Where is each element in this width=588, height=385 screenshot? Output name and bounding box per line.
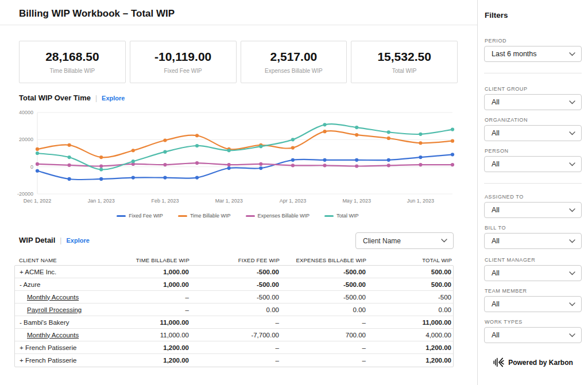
data-point-time-billable-wip [323,130,326,133]
data-point-expenses-billable-wip [451,163,454,166]
main-content: Billing WIP Workbook – Total WIP 28,168.… [0,0,477,385]
data-point-fixed-fee-wip [451,153,454,156]
filter-selected-value: All [492,160,500,168]
chevron-down-icon [569,131,575,135]
table-row: + French Patisserie1,200.00––1,200.00 [15,341,453,354]
client-row-toggle[interactable]: + ACME Inc. [15,269,98,275]
group-by-value: Client Name [363,237,401,245]
filter-label: PERSON [485,148,582,154]
work-item-link[interactable]: Monthly Accounts [15,332,98,339]
kpi-card-expenses-billable-wip: 2,517.00Expenses Billable WIP [241,41,347,83]
series-line-fixed-fee-wip [37,154,452,180]
karbon-logo-icon [493,357,504,368]
client-row-toggle[interactable]: + French Patisserie [15,357,98,364]
filter-client-manager-select[interactable]: All [484,265,582,281]
data-point-expenses-billable-wip [99,164,103,168]
legend-label: Time Billable WIP [190,213,231,219]
column-header-time-billable-wip: TIME BILLABLE WIP [99,257,191,263]
legend-label: Total WIP [336,213,359,219]
data-point-total-wip [131,160,135,163]
table-value-cell: – [98,294,191,301]
client-row-toggle[interactable]: + French Patisserie [15,344,98,351]
legend-swatch-icon [178,215,187,217]
column-header-total-wip: TOTAL WIP [368,257,454,263]
filters-title: Filters [485,11,581,20]
chevron-down-icon [569,208,575,212]
data-point-fixed-fee-wip [163,176,167,180]
table-value-cell: – [98,306,191,313]
filter-period-select[interactable]: Last 6 months [484,46,582,62]
kpi-label: Time Billable WIP [50,68,95,74]
legend-item-time-billable-wip[interactable]: Time Billable WIP [178,213,231,219]
chevron-down-icon [569,162,575,166]
table-value-cell: 4,000.00 [368,332,453,339]
page-title: Billing WIP Workbook – Total WIP [19,8,175,20]
work-item-link[interactable]: Monthly Accounts [15,294,98,301]
filter-group-organization: ORGANIZATIONAll [484,117,582,123]
table-value-cell: – [191,357,281,364]
table-value-cell: -500.00 [191,269,281,275]
work-item-link[interactable]: Payroll Processing [15,306,98,313]
chart-canvas: 40000200000-20000Dec 1, 2022Jan 1, 2023F… [17,108,457,207]
filter-assigned-to-select[interactable]: All [484,202,582,218]
chevron-down-icon [569,333,575,337]
x-axis-tick-label: Jun 1, 2023 [407,198,434,204]
data-point-time-billable-wip [195,134,199,137]
table-row: + ACME Inc.1,000.00-500.00-500.00500.00 [15,266,453,278]
table-value-cell: – [191,319,281,326]
client-row-toggle[interactable]: - Bambi's Bakery [15,319,98,326]
table-row: Monthly Accounts11,000.00-7,700.00700.00… [15,329,453,341]
data-point-total-wip [68,155,71,159]
filter-work-types-select[interactable]: All [484,327,582,343]
data-point-fixed-fee-wip [227,166,231,170]
sidebar-divider [484,73,582,73]
filter-group-client-manager: CLIENT MANAGERAll [484,257,582,263]
data-point-total-wip [259,145,262,148]
chevron-down-icon [441,239,447,243]
title-separator: | [95,94,97,102]
filter-label: CLIENT GROUP [485,86,582,92]
kpi-value: 2,517.00 [270,50,318,64]
detail-title: WIP Detail [19,236,55,244]
data-point-fixed-fee-wip [259,166,262,170]
table-value-cell: -500.00 [281,294,368,301]
data-point-expenses-billable-wip [68,164,71,167]
table-value-cell: – [191,344,281,351]
table-value-cell: 11,000.00 [98,332,191,339]
kpi-card-fixed-fee-wip: -10,119.00Fixed Fee WIP [130,41,237,83]
data-point-total-wip [387,130,390,134]
filter-organization-select[interactable]: All [484,125,582,141]
data-point-time-billable-wip [451,139,454,143]
filter-team-member-select[interactable]: All [484,296,582,312]
filter-person-select[interactable]: All [484,156,582,172]
filter-bill-to-select[interactable]: All [484,233,582,249]
legend-swatch-icon [117,215,126,217]
data-point-fixed-fee-wip [195,176,199,180]
chart-explore-link[interactable]: Explore [102,95,125,102]
legend-item-expenses-billable-wip[interactable]: Expenses Billable WIP [246,213,310,219]
filter-client-group-select[interactable]: All [484,94,582,110]
data-point-time-billable-wip [387,137,390,140]
detail-explore-link[interactable]: Explore [66,237,89,244]
data-point-total-wip [36,151,39,155]
app-root: Billing WIP Workbook – Total WIP 28,168.… [0,0,588,385]
client-row-toggle[interactable]: - Azure [15,281,98,288]
detail-section-header: WIP Detail | Explore [19,236,90,244]
data-point-fixed-fee-wip [419,155,422,159]
table-body: + ACME Inc.1,000.00-500.00-500.00500.00-… [14,265,454,367]
group-by-dropdown[interactable]: Client Name [355,232,454,249]
legend-item-total-wip[interactable]: Total WIP [324,213,359,219]
legend-item-fixed-fee-wip[interactable]: Fixed Fee WIP [117,213,163,219]
data-point-expenses-billable-wip [163,163,167,166]
x-axis-tick-label: Feb 1, 2023 [151,198,179,204]
data-point-expenses-billable-wip [36,162,39,166]
y-axis-tick-label: -20000 [17,191,33,197]
data-point-expenses-billable-wip [419,163,422,166]
series-line-total-wip [37,124,452,169]
column-header-client-name: CLIENT NAME [14,257,99,263]
data-point-total-wip [99,168,103,171]
chart-section-header: Total WIP Over Time | Explore [19,94,125,102]
table-value-cell: -7,700.00 [191,332,281,339]
table-row: Monthly Accounts–-500.00-500.00-500 [15,291,453,304]
data-point-fixed-fee-wip [291,158,295,162]
